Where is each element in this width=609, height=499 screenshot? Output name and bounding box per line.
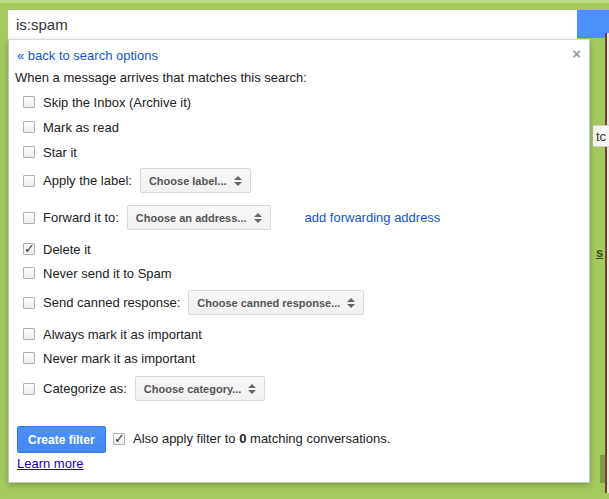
option-row-mark-read: Mark as read xyxy=(23,118,119,136)
updown-arrows-icon xyxy=(248,384,256,394)
learn-more-link[interactable]: Learn more xyxy=(17,456,83,471)
checkbox-skip-inbox[interactable] xyxy=(23,96,35,108)
checkbox-star-it[interactable] xyxy=(23,146,35,158)
option-row-delete-it: Delete it xyxy=(23,240,91,258)
occluded-text-fragment: tc xyxy=(593,125,609,147)
option-row-canned-response: Send canned response: Choose canned resp… xyxy=(23,289,364,316)
back-to-search-options-link[interactable]: « back to search options xyxy=(17,48,158,63)
option-label: Send canned response: xyxy=(43,295,180,310)
top-border xyxy=(0,0,609,3)
checkbox-categorize[interactable] xyxy=(23,383,35,395)
apply-filter-text: Also apply filter to 0 matching conversa… xyxy=(133,431,390,446)
apply-filter-row: Also apply filter to 0 matching conversa… xyxy=(113,431,390,446)
create-filter-panel: « back to search options × When a messag… xyxy=(8,39,590,483)
occluded-link-fragment: s & xyxy=(596,245,609,259)
updown-arrows-icon xyxy=(254,213,262,223)
checkbox-mark-read[interactable] xyxy=(23,121,35,133)
checkbox-delete-it[interactable] xyxy=(23,243,35,255)
search-input[interactable] xyxy=(8,10,577,39)
create-filter-button[interactable]: Create filter xyxy=(17,426,106,453)
occluded-block xyxy=(600,455,605,483)
dropdown-value: Choose category... xyxy=(144,383,242,395)
option-label: Delete it xyxy=(43,242,91,257)
updown-arrows-icon xyxy=(347,298,355,308)
option-row-always-important: Always mark it as important xyxy=(23,325,202,343)
checkbox-forward[interactable] xyxy=(23,212,35,224)
dropdown-value: Choose canned response... xyxy=(197,297,340,309)
checkbox-apply-label[interactable] xyxy=(23,175,35,187)
checkbox-canned-response[interactable] xyxy=(23,297,35,309)
choose-label-dropdown[interactable]: Choose label... xyxy=(140,168,251,193)
option-label: Skip the Inbox (Archive it) xyxy=(43,95,191,110)
option-row-skip-inbox: Skip the Inbox (Archive it) xyxy=(23,93,191,111)
option-row-never-important: Never mark it as important xyxy=(23,349,195,367)
choose-category-dropdown[interactable]: Choose category... xyxy=(135,376,266,401)
dropdown-value: Choose an address... xyxy=(136,212,247,224)
dropdown-value: Choose label... xyxy=(149,175,227,187)
window-edge-strip xyxy=(605,33,607,493)
option-label: Never mark it as important xyxy=(43,351,195,366)
choose-canned-response-dropdown[interactable]: Choose canned response... xyxy=(188,290,364,315)
checkbox-always-important[interactable] xyxy=(23,328,35,340)
checkbox-never-spam[interactable] xyxy=(23,267,35,279)
option-row-star-it: Star it xyxy=(23,143,77,161)
option-row-never-spam: Never send it to Spam xyxy=(23,264,172,282)
option-label: Mark as read xyxy=(43,120,119,135)
checkbox-never-important[interactable] xyxy=(23,352,35,364)
choose-address-dropdown[interactable]: Choose an address... xyxy=(127,205,271,230)
option-row-categorize: Categorize as: Choose category... xyxy=(23,375,265,402)
option-label: Always mark it as important xyxy=(43,327,202,342)
option-label: Forward it to: xyxy=(43,210,119,225)
checkbox-apply-to-matching[interactable] xyxy=(113,433,125,445)
option-label: Categorize as: xyxy=(43,381,127,396)
option-label: Never send it to Spam xyxy=(43,266,172,281)
add-forwarding-address-link[interactable]: add forwarding address xyxy=(305,210,441,225)
option-row-apply-label: Apply the label: Choose label... xyxy=(23,167,251,194)
close-icon[interactable]: × xyxy=(572,46,581,61)
option-row-forward: Forward it to: Choose an address... add … xyxy=(23,204,440,231)
option-label: Star it xyxy=(43,145,77,160)
updown-arrows-icon xyxy=(234,176,242,186)
option-label: Apply the label: xyxy=(43,173,132,188)
panel-heading: When a message arrives that matches this… xyxy=(15,70,307,85)
